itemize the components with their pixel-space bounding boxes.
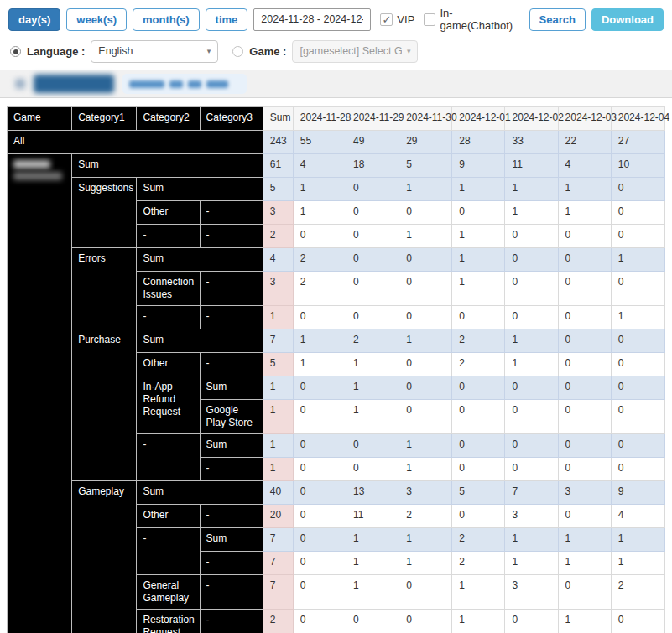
value-cell: 0 [558,306,611,329]
value-cell: 1 [611,306,664,329]
category-cell: Purchase [72,329,137,481]
value-cell: 0 [505,610,558,633]
sum-cell: 7 [263,552,293,575]
chevron-down-icon: ▾ [407,45,411,58]
value-cell: 0 [558,400,611,434]
value-cell: 1 [346,575,399,610]
value-cell: 0 [346,248,399,272]
sum-cell: 20 [263,505,293,528]
value-cell: 1 [452,272,505,306]
filter-row: Language : English ▾ Game : [gameselect]… [0,32,672,63]
table-row: Sum614185911410 [8,154,665,178]
search-button[interactable]: Search [529,8,586,31]
value-cell: 22 [558,131,611,154]
table-row: GameplaySum4001335739 [8,481,665,505]
category-cell: Suggestions [72,178,137,248]
game-radio[interactable] [232,46,243,57]
category-cell: Sum [200,434,263,458]
col-header: 2024-11-29 [346,107,399,131]
value-cell: 49 [346,131,399,154]
value-cell: 0 [558,329,611,353]
value-cell: 3 [399,481,452,505]
value-cell: 0 [346,458,399,481]
value-cell: 1 [611,248,664,272]
period-time-button[interactable]: time [206,8,248,31]
language-select[interactable]: English ▾ [91,40,218,63]
table-header: GameCategory1Category2Category3Sum2024-1… [8,107,665,131]
value-cell: 0 [611,272,664,306]
game-select[interactable]: [gameselect] Select Game ▾ [292,40,418,63]
value-cell: 0 [558,272,611,306]
value-cell: 0 [293,376,346,400]
value-cell: 0 [399,575,452,610]
sum-cell: 3 [263,201,293,225]
value-cell: 10 [611,154,664,178]
value-cell: 1 [399,552,452,575]
value-cell: 0 [611,225,664,248]
value-cell: 1 [505,329,558,353]
top-toolbar: day(s) week(s) month(s) time ✓ VIP In-ga… [0,0,672,32]
value-cell: 1 [293,329,346,353]
value-cell: 0 [505,434,558,458]
value-cell: 9 [611,481,664,505]
category-cell: - [200,505,263,528]
value-cell: 2 [399,505,452,528]
download-button[interactable]: Download [591,8,664,31]
language-radio[interactable] [10,46,21,57]
value-cell: 0 [293,481,346,505]
ingame-chatbot-checkbox[interactable] [424,13,435,26]
value-cell: 1 [399,225,452,248]
value-cell: 4 [611,505,664,528]
value-cell: 0 [399,610,452,633]
value-cell: 0 [558,575,611,610]
value-cell: 0 [399,272,452,306]
sum-cell: 1 [263,306,293,329]
game-label: Game : [249,45,286,58]
game-select-value: [gameselect] Select Game [300,45,401,58]
value-cell: 0 [505,376,558,400]
value-cell: 1 [558,552,611,575]
value-cell: 0 [399,376,452,400]
blurred-tag-group [122,74,247,94]
period-weeks-button[interactable]: week(s) [66,8,127,31]
col-header: Game [8,107,72,131]
value-cell: 2 [452,552,505,575]
language-label: Language : [27,45,85,58]
category-cell: - [200,610,263,633]
sum-cell: 1 [263,376,293,400]
value-cell: 3 [505,575,558,610]
sum-cell: 7 [263,575,293,610]
value-cell: 0 [346,178,399,201]
value-cell: 11 [346,505,399,528]
value-cell: 1 [558,528,611,552]
value-cell: 0 [399,353,452,376]
vip-checkbox[interactable]: ✓ [380,13,393,26]
vip-label: VIP [397,13,414,26]
period-months-button[interactable]: month(s) [133,8,200,31]
value-cell: 2 [452,353,505,376]
value-cell: 1 [611,528,664,552]
value-cell: 5 [452,481,505,505]
sum-cell: 3 [263,272,293,306]
category-cell: - [200,458,263,481]
value-cell: 0 [611,201,664,225]
value-cell: 1 [293,178,346,201]
date-range-input[interactable] [253,8,371,31]
value-cell: 2 [293,248,346,272]
col-header: 2024-11-30 [399,107,452,131]
sum-cell: 243 [263,131,293,154]
blurred-action-button[interactable] [34,75,114,93]
value-cell: 0 [505,248,558,272]
value-cell: 1 [558,178,611,201]
col-header: Sum [263,107,293,131]
category-cell: Other [137,505,200,528]
sum-cell: 5 [263,178,293,201]
value-cell: 1 [558,610,611,633]
category-cell: - [137,434,200,481]
sum-cell: 2 [263,225,293,248]
game-cell [8,154,72,633]
value-cell: 0 [558,353,611,376]
value-cell: 55 [293,131,346,154]
period-days-button[interactable]: day(s) [8,8,60,31]
value-cell: 0 [505,225,558,248]
